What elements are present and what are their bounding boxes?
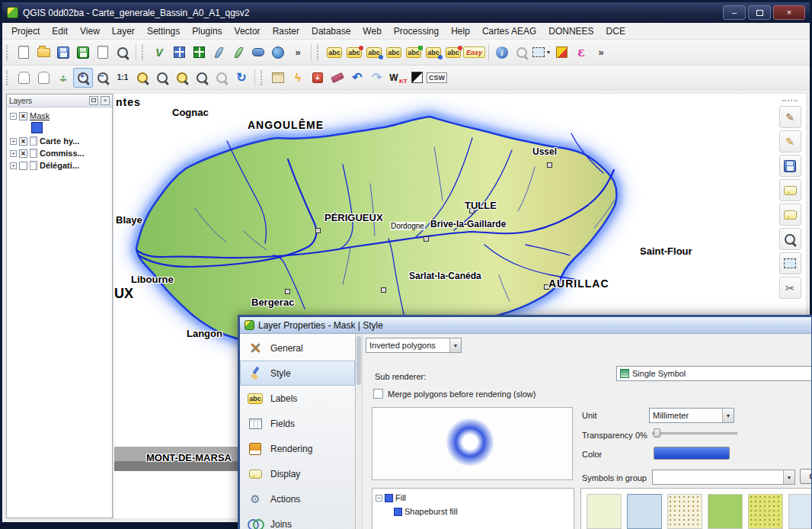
menu-donnees[interactable]: DONNEES	[542, 24, 599, 39]
transparency-slider[interactable]	[652, 426, 737, 440]
menu-edit[interactable]: Edit	[46, 24, 74, 39]
dialog-title-bar[interactable]: Layer Properties - Mask | Style	[240, 317, 811, 334]
save-project-button[interactable]	[53, 43, 73, 63]
zoom-out-button[interactable]: −	[93, 68, 113, 88]
collapse-icon[interactable]: −	[10, 113, 17, 120]
scrollbar-thumb[interactable]	[356, 336, 361, 385]
toolbar-overflow-2[interactable]: »	[591, 43, 611, 63]
label-rotate-button[interactable]: abc	[443, 43, 463, 63]
deselect-button[interactable]	[779, 252, 801, 274]
new-shapefile-button[interactable]	[169, 43, 189, 63]
zoom-last-button[interactable]	[192, 68, 212, 88]
symbol-preset-2[interactable]	[627, 494, 662, 529]
text-annotation-button[interactable]	[779, 179, 801, 201]
symbol-preset-1[interactable]	[587, 494, 622, 529]
tab-rendering[interactable]: Rendering	[240, 436, 355, 461]
toolbar-overflow-1[interactable]: »	[288, 43, 308, 63]
form-annotation-button[interactable]	[779, 204, 801, 226]
style-pen-button[interactable]: ✎	[779, 106, 801, 128]
label-add-button[interactable]: abc	[404, 43, 424, 63]
renderer-type-select[interactable]: Inverted polygons ▼	[366, 338, 462, 353]
symbol-preset-5[interactable]	[748, 494, 783, 529]
undo-button[interactable]: ↶	[347, 68, 367, 88]
menu-cartes-aeag[interactable]: Cartes AEAG	[476, 24, 542, 39]
save-as-button[interactable]	[73, 43, 93, 63]
csw-catalog-button[interactable]: CSW	[427, 68, 447, 88]
pan-to-selection-button[interactable]: ↔↕	[53, 68, 73, 88]
symbol-preset-4[interactable]	[708, 494, 743, 529]
layer-item-mask[interactable]: − × Mask	[8, 110, 110, 122]
menu-raster[interactable]: Raster	[267, 24, 305, 39]
layer-label[interactable]: Commiss...	[40, 149, 85, 158]
mask-symbol-swatch[interactable]	[31, 122, 43, 133]
close-panel-button[interactable]: ×	[101, 96, 110, 105]
node-tool-button[interactable]	[209, 43, 229, 63]
menu-layer[interactable]: Layer	[106, 24, 141, 39]
new-composer-button[interactable]	[93, 43, 113, 63]
toolbar-grip[interactable]	[317, 45, 321, 60]
epsilon-plugin-button[interactable]: ε	[571, 43, 591, 63]
color-button[interactable]	[654, 447, 730, 460]
expand-icon[interactable]: +	[10, 150, 17, 157]
zoom-to-layer-button[interactable]	[152, 68, 172, 88]
layer-checkbox-checked[interactable]: ×	[19, 112, 27, 120]
toolbar-grip[interactable]	[261, 70, 264, 85]
map-tips-button[interactable]	[551, 43, 571, 63]
menu-web[interactable]: Web	[356, 24, 387, 39]
zoom-in-button[interactable]: +	[73, 68, 93, 88]
symbol-preset-6[interactable]	[788, 494, 812, 529]
undock-panel-button[interactable]	[89, 96, 98, 105]
menu-dce[interactable]: DCE	[600, 24, 631, 39]
search-layers-button[interactable]	[113, 43, 133, 63]
edit-style-button[interactable]: ✎	[779, 130, 801, 152]
toolbar-grip[interactable]	[6, 70, 10, 85]
label-pinned-button[interactable]: abc	[344, 43, 364, 63]
menu-view[interactable]: View	[74, 24, 106, 39]
layer-checkbox-checked[interactable]: ×	[19, 149, 27, 158]
minimize-button[interactable]: –	[723, 5, 746, 20]
tab-joins[interactable]: Joins	[240, 511, 355, 529]
invert-colors-button[interactable]	[407, 68, 427, 88]
zoom-native-button[interactable]: 1:1	[113, 68, 133, 88]
layer-checkbox-unchecked[interactable]	[19, 162, 27, 170]
menu-database[interactable]: Database	[305, 24, 356, 39]
tab-general[interactable]: General	[240, 335, 355, 361]
pan-map-button[interactable]	[34, 68, 53, 88]
toolbar-grip[interactable]	[142, 45, 145, 60]
tab-style[interactable]: Style	[240, 361, 355, 386]
easy-labeling-button[interactable]: Easy	[463, 43, 485, 63]
menu-plugins[interactable]: Plugins	[186, 24, 228, 39]
unit-select[interactable]: Millimeter ▼	[649, 408, 734, 423]
menu-vector[interactable]: Vector	[229, 24, 267, 39]
add-wms-button[interactable]	[268, 43, 288, 63]
symbol-tree-child-row[interactable]: Shapeburst fill	[376, 505, 571, 518]
menu-settings[interactable]: Settings	[141, 24, 186, 39]
annotation-button[interactable]	[248, 43, 268, 63]
tab-list-scrollbar[interactable]	[356, 334, 363, 529]
open-project-button[interactable]	[34, 43, 53, 63]
new-project-button[interactable]	[14, 43, 34, 63]
identify-button[interactable]: i	[492, 43, 512, 63]
wkt-plugin-button[interactable]: WKT	[387, 68, 407, 88]
refresh-button[interactable]: ↻	[232, 68, 251, 88]
sub-renderer-select[interactable]: Single Symbol	[616, 366, 812, 381]
pen-tool-button[interactable]	[229, 43, 248, 63]
open-library-button[interactable]: Ope	[800, 469, 812, 484]
touch-zoom-button[interactable]	[14, 68, 34, 88]
layer-label[interactable]: Carte hy...	[40, 136, 79, 146]
maximize-button[interactable]	[748, 5, 771, 20]
zoom-full-button[interactable]	[133, 68, 152, 88]
save-style-button[interactable]	[779, 155, 801, 177]
label-button[interactable]: abc	[324, 43, 344, 63]
zoom-to-selection-button[interactable]	[172, 68, 192, 88]
menu-project[interactable]: Project	[5, 24, 46, 39]
field-calculator-button[interactable]: ϟ	[288, 68, 308, 88]
zoom-next-button[interactable]	[212, 68, 232, 88]
menu-processing[interactable]: Processing	[388, 24, 445, 39]
layer-label[interactable]: Délégati...	[40, 161, 79, 170]
layer-checkbox-checked[interactable]: ×	[19, 137, 27, 146]
tab-display[interactable]: Display	[240, 461, 355, 486]
select-rectangle-button[interactable]: ▼	[532, 43, 551, 63]
slider-thumb[interactable]	[654, 428, 660, 438]
toggle-editing-button[interactable]: V	[149, 43, 169, 63]
